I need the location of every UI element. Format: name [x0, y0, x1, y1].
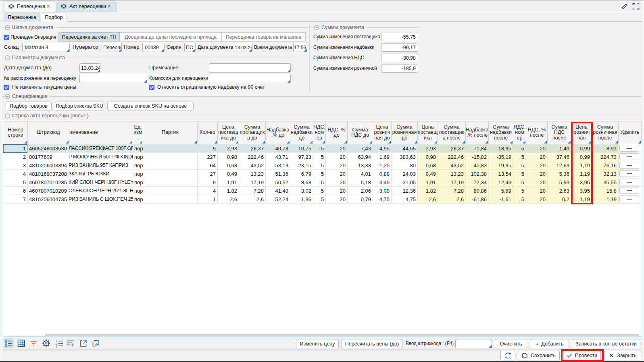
svg-text:2: 2: [56, 342, 57, 345]
svg-text:1: 1: [56, 339, 57, 342]
svg-text:3: 3: [56, 345, 57, 347]
